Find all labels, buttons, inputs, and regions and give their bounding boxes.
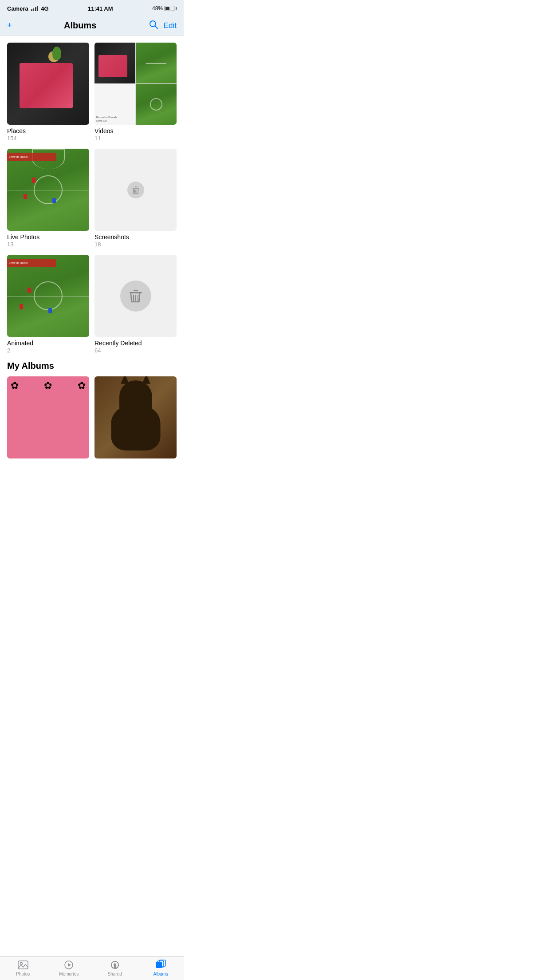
search-button[interactable] bbox=[149, 20, 158, 32]
status-bar: Camera 4G 11:41 AM 48% bbox=[0, 0, 184, 16]
album-thumb-places bbox=[7, 43, 89, 125]
trash-circle-large bbox=[120, 281, 151, 312]
album-count-videos: 11 bbox=[94, 135, 177, 142]
album-name-places: Places bbox=[7, 127, 89, 134]
status-time: 11:41 AM bbox=[88, 5, 113, 12]
pink-album-thumb: ✿ ✿ ✿ bbox=[7, 376, 89, 458]
album-thumb-screenshots bbox=[94, 149, 177, 231]
nav-right: Edit bbox=[149, 20, 177, 32]
svg-rect-8 bbox=[134, 290, 138, 291]
album-name-videos: Videos bbox=[94, 127, 177, 134]
banner: Love in Dubai bbox=[7, 153, 56, 161]
share-cell: Repost to FriendsSave GIF bbox=[94, 84, 135, 125]
signal-bar-2 bbox=[33, 8, 34, 11]
animated-banner-text: Love in Dubai bbox=[9, 261, 28, 265]
svg-rect-3 bbox=[134, 186, 137, 187]
mini-bag bbox=[98, 55, 127, 78]
animated-banner: Love in Dubai bbox=[7, 259, 56, 267]
edit-button[interactable]: Edit bbox=[164, 21, 177, 30]
page-title: Albums bbox=[64, 20, 96, 31]
floral-overlay bbox=[20, 63, 73, 108]
banner-text: Love in Dubai bbox=[9, 155, 28, 158]
cat-album-thumb bbox=[94, 376, 177, 458]
signal-bars bbox=[31, 6, 39, 11]
bag-image bbox=[7, 43, 89, 125]
album-thumb-videos: Repost to FriendsSave GIF bbox=[94, 43, 177, 125]
album-grid-section: Places 154 bbox=[0, 36, 184, 467]
album-count-live: 13 bbox=[7, 241, 89, 248]
animated-field-circle bbox=[34, 281, 63, 310]
flower-icon-3: ✿ bbox=[78, 380, 86, 391]
signal-bar-3 bbox=[35, 7, 36, 11]
battery-icon bbox=[165, 6, 177, 11]
player-red-2 bbox=[24, 194, 27, 199]
album-name-animated: Animated bbox=[7, 340, 89, 347]
animated-player-red bbox=[28, 288, 31, 293]
screenshots-bg bbox=[94, 149, 177, 231]
battery-tip bbox=[176, 7, 177, 10]
album-count-places: 154 bbox=[7, 135, 89, 142]
battery-fill bbox=[165, 7, 169, 10]
flower-icon-1: ✿ bbox=[11, 380, 19, 391]
main-content: Places 154 bbox=[0, 36, 184, 503]
player-red-1 bbox=[32, 178, 35, 183]
network-type: 4G bbox=[41, 5, 48, 12]
media-types-grid: Places 154 bbox=[7, 43, 177, 354]
cat-ear-right bbox=[142, 376, 150, 384]
animated-player-red-2 bbox=[20, 304, 23, 309]
videos-four-grid: Repost to FriendsSave GIF bbox=[94, 43, 177, 125]
album-item-live-photos[interactable]: Love in Dubai Live Photos 13 bbox=[7, 149, 89, 248]
grid-cell-1 bbox=[94, 43, 135, 83]
grid-bag bbox=[94, 43, 135, 83]
nav-bar: + Albums Edit bbox=[0, 16, 184, 36]
animated-player-blue bbox=[48, 308, 52, 313]
album-item-screenshots[interactable]: Screenshots 18 bbox=[94, 149, 177, 248]
svg-rect-2 bbox=[132, 188, 139, 189]
soccer-field-live: Love in Dubai bbox=[7, 149, 89, 231]
album-count-recently-deleted: 64 bbox=[94, 347, 177, 354]
battery-percent: 48% bbox=[152, 5, 163, 12]
album-count-screenshots: 18 bbox=[94, 241, 177, 248]
grid-cell-4 bbox=[136, 84, 177, 125]
signal-bar-4 bbox=[37, 6, 38, 11]
my-albums-header: My Albums bbox=[7, 361, 177, 371]
album-item-pink-flowers[interactable]: ✿ ✿ ✿ bbox=[7, 376, 89, 458]
cat-head bbox=[119, 380, 152, 413]
trash-icon-small bbox=[131, 186, 140, 194]
album-count-animated: 2 bbox=[7, 347, 89, 354]
add-album-button[interactable]: + bbox=[7, 21, 12, 30]
nav-left: + bbox=[7, 21, 12, 30]
mini-soccer-1 bbox=[136, 43, 177, 83]
status-left: Camera 4G bbox=[7, 5, 49, 12]
signal-bar-1 bbox=[31, 9, 32, 11]
album-item-recently-deleted[interactable]: Recently Deleted 64 bbox=[94, 255, 177, 354]
album-name-screenshots: Screenshots bbox=[94, 233, 177, 241]
grid-cell-2 bbox=[136, 43, 177, 83]
album-name-recently-deleted: Recently Deleted bbox=[94, 340, 177, 347]
battery-body bbox=[165, 6, 174, 11]
album-item-cat[interactable] bbox=[94, 376, 177, 458]
bottom-spacer bbox=[7, 458, 177, 467]
soccer-field-animated: Love in Dubai bbox=[7, 255, 89, 337]
album-item-videos[interactable]: Repost to FriendsSave GIF Videos 11 bbox=[94, 43, 177, 142]
flower-icon-2: ✿ bbox=[44, 380, 52, 391]
album-thumb-recently-deleted bbox=[94, 255, 177, 337]
plant-detail bbox=[52, 47, 61, 60]
album-thumb-animated: Love in Dubai bbox=[7, 255, 89, 337]
status-right: 48% bbox=[152, 5, 177, 12]
trash-circle-small bbox=[127, 182, 144, 198]
album-item-places[interactable]: Places 154 bbox=[7, 43, 89, 142]
player-blue-1 bbox=[52, 198, 56, 203]
search-icon bbox=[149, 20, 158, 29]
my-albums-grid: ✿ ✿ ✿ bbox=[7, 376, 177, 458]
mini-soccer-2 bbox=[136, 84, 177, 125]
album-name-live: Live Photos bbox=[7, 233, 89, 241]
carrier-label: Camera bbox=[7, 5, 28, 12]
grid-cell-3: Repost to FriendsSave GIF bbox=[94, 84, 135, 125]
share-text: Repost to FriendsSave GIF bbox=[96, 116, 117, 123]
cat-ear-left bbox=[121, 376, 129, 384]
trash-icon-large bbox=[128, 288, 144, 304]
trash-bg bbox=[94, 255, 177, 337]
svg-rect-7 bbox=[130, 292, 142, 293]
album-item-animated[interactable]: Love in Dubai Animated 2 bbox=[7, 255, 89, 354]
